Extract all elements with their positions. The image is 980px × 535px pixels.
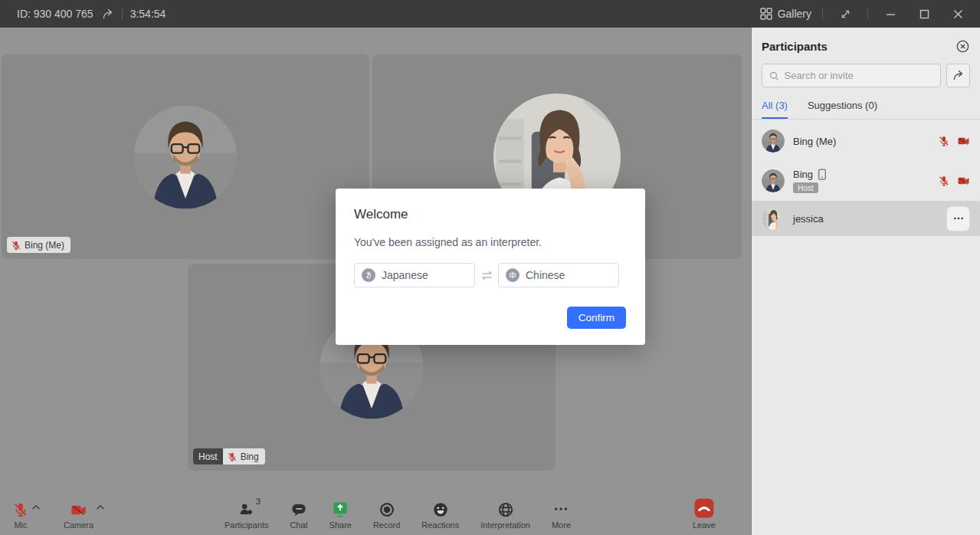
participant-row-jessica[interactable]: jessica — [752, 201, 980, 236]
dialog-message: You've been assigned as an interpreter. — [354, 236, 542, 248]
language-to-select[interactable]: Chinese — [498, 263, 619, 287]
camera-off-icon[interactable] — [957, 175, 970, 187]
expand-icon — [840, 8, 851, 20]
record-label: Record — [373, 520, 400, 530]
minimize-icon — [886, 9, 896, 19]
meeting-toolbar: Mic Camera — [0, 494, 751, 535]
participant-row-bing-host[interactable]: Bing Host — [752, 161, 980, 201]
record-button[interactable]: Record — [373, 500, 400, 530]
minimize-button[interactable] — [879, 4, 902, 24]
chat-label: Chat — [290, 520, 307, 530]
camera-off-icon — [70, 502, 87, 518]
close-circle-icon — [956, 40, 969, 53]
meeting-id: ID: 930 400 765 — [17, 8, 93, 20]
close-window-button[interactable] — [946, 4, 969, 24]
camera-off-icon[interactable] — [957, 135, 970, 147]
more-button[interactable]: More — [552, 500, 571, 530]
mic-options-chevron-icon[interactable] — [31, 504, 41, 510]
share-invite-icon — [952, 69, 965, 82]
participants-label: Participants — [225, 520, 268, 530]
avatar — [762, 169, 785, 192]
interpreter-welcome-dialog: Welcome You've been assigned as an inter… — [336, 189, 645, 345]
tile-participant-name: Bing (Me) — [25, 240, 64, 251]
fullscreen-button[interactable] — [834, 4, 857, 24]
swap-languages-icon — [475, 270, 498, 281]
leave-button[interactable]: Leave — [693, 500, 716, 530]
gallery-grid-icon — [760, 8, 772, 20]
share-button[interactable]: Share — [329, 500, 352, 530]
language-to-label: Chinese — [526, 269, 565, 281]
close-icon — [953, 9, 963, 19]
gallery-view-button[interactable]: Gallery — [760, 8, 811, 20]
share-screen-icon — [331, 501, 349, 518]
avatar — [762, 207, 785, 230]
share-meeting-icon[interactable] — [101, 8, 114, 21]
participant-list: Bing (Me) Bing Host — [752, 120, 980, 236]
participants-panel: Participants All (3) Suggestions (0) — [751, 28, 980, 535]
avatar — [762, 130, 785, 153]
leave-call-icon — [694, 498, 714, 518]
divider — [122, 8, 123, 19]
divider — [867, 8, 868, 19]
more-label: More — [552, 520, 571, 530]
camera-options-chevron-icon[interactable] — [96, 504, 105, 510]
hiragana-a-icon — [362, 268, 375, 282]
mic-off-icon — [11, 240, 21, 251]
search-icon — [769, 70, 779, 82]
mic-off-icon[interactable] — [938, 175, 950, 187]
camera-button[interactable]: Camera — [64, 500, 93, 530]
dialog-title: Welcome — [354, 207, 408, 222]
participants-icon — [238, 501, 255, 518]
maximize-button[interactable] — [913, 4, 936, 24]
more-icon — [952, 212, 965, 225]
tab-all[interactable]: All (3) — [762, 100, 788, 119]
mic-button[interactable]: Mic — [12, 500, 29, 530]
search-box — [762, 64, 941, 87]
participant-row-bing-me[interactable]: Bing (Me) — [752, 121, 980, 161]
divider — [822, 8, 823, 19]
title-bar: ID: 930 400 765 3:54:54 Gallery — [0, 0, 980, 28]
camera-label: Camera — [64, 520, 93, 530]
chat-icon — [290, 501, 307, 518]
globe-icon — [497, 501, 514, 518]
language-from-label: Japanese — [382, 269, 428, 281]
maximize-icon — [919, 9, 929, 19]
invite-button[interactable] — [946, 64, 970, 87]
video-tile-bing-me[interactable]: Bing (Me) — [2, 54, 369, 259]
participant-name: jessica — [793, 213, 824, 225]
more-icon — [552, 501, 569, 517]
tile-participant-name: Bing — [241, 451, 259, 462]
interpretation-button[interactable]: Interpretation — [480, 500, 530, 530]
mic-off-icon — [227, 451, 238, 462]
han-zhong-icon — [506, 268, 519, 282]
chat-button[interactable]: Chat — [290, 500, 307, 530]
record-icon — [379, 501, 395, 518]
participants-button[interactable]: 3 Participants — [225, 500, 268, 530]
mic-off-icon[interactable] — [938, 135, 950, 147]
meeting-timer: 3:54:54 — [130, 8, 166, 20]
gallery-label: Gallery — [778, 8, 811, 20]
participant-name: Bing (Me) — [793, 136, 836, 147]
reactions-label: Reactions — [421, 520, 459, 530]
participant-name: Bing — [793, 169, 813, 180]
search-input[interactable] — [784, 70, 934, 81]
participant-more-button[interactable] — [946, 206, 970, 231]
mic-label: Mic — [14, 520, 27, 530]
panel-title: Participants — [762, 40, 828, 53]
participants-count-badge: 3 — [256, 497, 261, 506]
tab-suggestions[interactable]: Suggestions (0) — [808, 100, 877, 119]
mic-off-icon — [12, 501, 29, 518]
smiley-icon — [432, 501, 449, 518]
share-label: Share — [329, 520, 352, 530]
reactions-button[interactable]: Reactions — [421, 500, 459, 530]
avatar — [134, 105, 238, 208]
host-badge: Host — [193, 448, 223, 464]
language-from-select[interactable]: Japanese — [354, 263, 475, 287]
host-badge: Host — [793, 182, 818, 193]
confirm-button[interactable]: Confirm — [567, 307, 626, 329]
interpretation-label: Interpretation — [480, 520, 530, 530]
leave-label: Leave — [693, 520, 716, 530]
close-panel-button[interactable] — [956, 40, 969, 53]
mobile-phone-icon — [818, 169, 827, 180]
